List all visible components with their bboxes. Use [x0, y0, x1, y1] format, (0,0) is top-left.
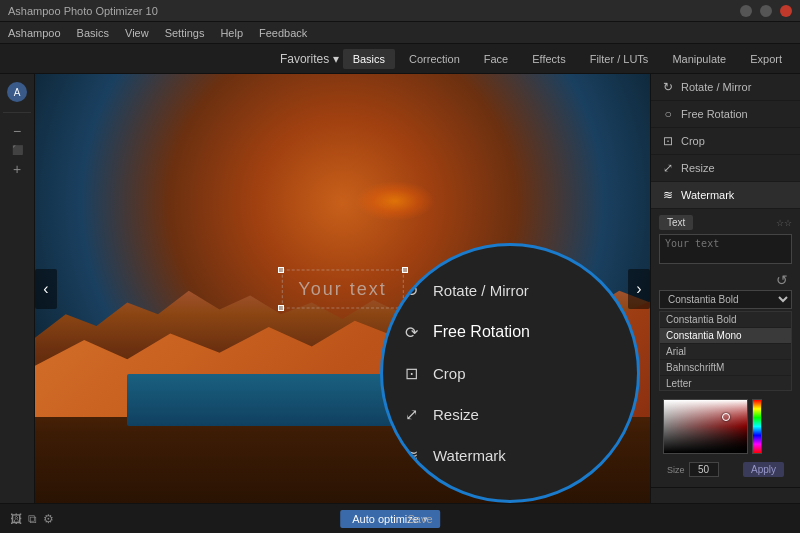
tab-basics[interactable]: Basics — [343, 49, 395, 69]
left-sidebar: A − ⬛ + — [0, 74, 35, 503]
text-tool-section: Text ☆☆ ↺ Constantia BoldConstantia Mono… — [651, 209, 800, 488]
menu-basics[interactable]: Basics — [77, 27, 109, 39]
info-icon[interactable]: ⚙ — [43, 512, 54, 526]
folder-icon[interactable]: 🖼 — [10, 512, 22, 526]
popup-watermark-icon: ≋ — [405, 446, 418, 465]
font-list-item-3[interactable]: BahnschriftM — [660, 360, 791, 376]
font-list-item-1[interactable]: Constantia Mono — [660, 328, 791, 344]
bottom-bar: 🖼 ⧉ ⚙ Auto optimize ▾ Save — [0, 503, 800, 533]
close-button[interactable] — [780, 5, 792, 17]
popup-item-watermark[interactable]: ≋ Watermark — [383, 435, 637, 503]
right-sidebar: ↻ Rotate / Mirror ○ Free Rotation ⊡ Crop… — [650, 74, 800, 503]
menu-feedback[interactable]: Feedback — [259, 27, 307, 39]
favorites-tab[interactable]: Favorites ▾ — [280, 52, 339, 66]
popup-watermark-label: Watermark — [433, 447, 506, 464]
handle-bl[interactable] — [278, 305, 284, 311]
font-list-item-0[interactable]: Constantia Bold — [660, 312, 791, 328]
size-input[interactable] — [689, 462, 719, 477]
menu-view[interactable]: View — [125, 27, 149, 39]
popup-item-crop[interactable]: ⊡ Crop — [383, 353, 637, 394]
sidebar-item-watermark-label: Watermark — [681, 189, 734, 201]
crop-icon: ⊡ — [661, 134, 675, 148]
menu-ashampoo[interactable]: Ashampoo — [8, 27, 61, 39]
favorites-label: Favorites ▾ — [280, 52, 339, 66]
sidebar-item-free-rotation[interactable]: ○ Free Rotation — [651, 101, 800, 128]
resize-icon: ⤢ — [661, 161, 675, 175]
size-label: Size — [667, 465, 685, 475]
color-gradient-picker[interactable] — [663, 399, 748, 454]
menu-bar: Ashampoo Basics View Settings Help Feedb… — [0, 22, 800, 44]
rotate-mirror-icon: ↻ — [661, 80, 675, 94]
tab-manipulate[interactable]: Manipulate — [662, 49, 736, 69]
window-controls — [740, 5, 792, 17]
app-title: Ashampoo Photo Optimizer 10 — [8, 5, 740, 17]
title-bar: Ashampoo Photo Optimizer 10 — [0, 0, 800, 22]
size-apply-row: Size Apply — [659, 458, 792, 481]
reset-button[interactable]: ↺ — [776, 272, 788, 288]
font-list-item-2[interactable]: Arial — [660, 344, 791, 360]
sidebar-item-rotate-mirror-label: Rotate / Mirror — [681, 81, 751, 93]
color-hue-bar[interactable] — [752, 399, 762, 454]
popup-item-resize[interactable]: ⤢ Resize — [383, 394, 637, 435]
popup-rotate-label: Rotate / Mirror — [433, 282, 529, 299]
handle-tl[interactable] — [278, 267, 284, 273]
sun-glow — [355, 181, 435, 221]
text-input[interactable] — [659, 234, 792, 264]
circle-popup: ↻ Rotate / Mirror ⟳ Free Rotation ⊡ Crop… — [380, 243, 640, 503]
menu-help[interactable]: Help — [220, 27, 243, 39]
watermark-icon: ≋ — [661, 188, 675, 202]
popup-item-rotate-mirror[interactable]: ↻ Rotate / Mirror — [383, 243, 637, 311]
tab-export[interactable]: Export — [740, 49, 792, 69]
tab-correction[interactable]: Correction — [399, 49, 470, 69]
sidebar-item-resize[interactable]: ⤢ Resize — [651, 155, 800, 182]
bottom-icons: 🖼 ⧉ ⚙ — [10, 512, 54, 526]
sidebar-item-resize-label: Resize — [681, 162, 715, 174]
sidebar-item-crop[interactable]: ⊡ Crop — [651, 128, 800, 155]
popup-crop-label: Crop — [433, 365, 466, 382]
free-rotation-icon: ○ — [661, 107, 675, 121]
save-button[interactable]: Save — [408, 513, 433, 525]
menu-settings[interactable]: Settings — [165, 27, 205, 39]
popup-crop-icon: ⊡ — [405, 364, 418, 383]
tab-effects[interactable]: Effects — [522, 49, 575, 69]
zoom-out-button[interactable]: − — [13, 123, 21, 139]
zoom-in-button[interactable]: + — [13, 161, 21, 177]
text-tool-label: Text — [659, 215, 693, 230]
sidebar-item-watermark[interactable]: ≋ Watermark — [651, 182, 800, 209]
app-logo: A — [7, 82, 27, 102]
text-tool-header: Text ☆☆ — [659, 215, 792, 230]
color-gradient-dark — [664, 400, 747, 453]
sidebar-divider — [3, 112, 30, 113]
star-icons: ☆☆ — [776, 218, 792, 228]
top-nav: Favorites ▾ Basics Correction Face Effec… — [0, 44, 800, 74]
popup-item-free-rotation[interactable]: ⟳ Free Rotation — [383, 311, 637, 353]
color-picker-area — [659, 395, 792, 458]
zoom-level: ⬛ — [12, 145, 23, 155]
maximize-button[interactable] — [760, 5, 772, 17]
tab-face[interactable]: Face — [474, 49, 518, 69]
reset-row: ↺ — [659, 270, 792, 290]
font-select[interactable]: Constantia BoldConstantia MonoArialBahns… — [659, 290, 792, 309]
tab-filter-luts[interactable]: Filter / LUTs — [580, 49, 659, 69]
popup-resize-icon: ⤢ — [405, 405, 418, 424]
sidebar-item-rotate-mirror[interactable]: ↻ Rotate / Mirror — [651, 74, 800, 101]
compare-icon[interactable]: ⧉ — [28, 512, 37, 526]
popup-free-rotation-icon: ⟳ — [405, 323, 418, 342]
popup-free-rotation-label: Free Rotation — [433, 323, 530, 341]
minimize-button[interactable] — [740, 5, 752, 17]
font-list-item-4[interactable]: Letter — [660, 376, 791, 391]
sidebar-item-free-rotation-label: Free Rotation — [681, 108, 748, 120]
popup-resize-label: Resize — [433, 406, 479, 423]
apply-button[interactable]: Apply — [743, 462, 784, 477]
popup-rotate-icon: ↻ — [405, 281, 418, 300]
prev-image-button[interactable]: ‹ — [35, 269, 57, 309]
sidebar-item-crop-label: Crop — [681, 135, 705, 147]
font-list: Constantia Bold Constantia Mono Arial Ba… — [659, 311, 792, 391]
